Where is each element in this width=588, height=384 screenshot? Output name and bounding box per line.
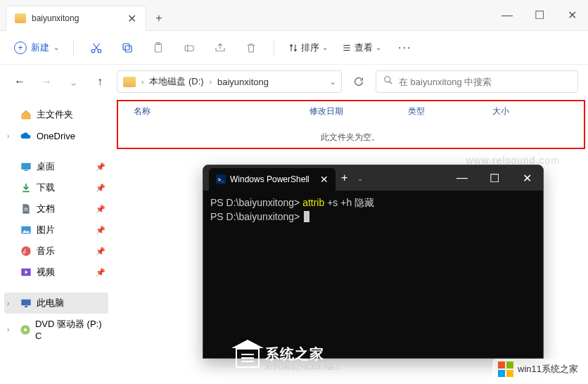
watermark-faint: www.relsound.com [466,155,561,166]
cloud-icon [20,129,32,142]
toolbar: + 新建 ⌄ 排序 ⌄ 查看 ⌄ ··· [0,31,588,65]
music-icon [20,245,32,257]
maximize-button[interactable]: ☐ [523,4,556,27]
powershell-new-tab[interactable]: + [335,172,353,184]
powershell-terminal[interactable]: PS D:\baiyunxitong> attrib +s +h 隐藏 PS D… [203,191,543,229]
prompt: PS D:\baiyunxitong> [210,197,300,208]
chevron-down-icon: ⌄ [322,44,328,51]
breadcrumb-drive[interactable]: 本地磁盘 (D:) [149,75,203,88]
chevron-down-icon: ⌄ [53,44,59,51]
windows-logo-icon [498,361,513,377]
pin-icon: 📌 [96,247,106,256]
sidebar-onedrive-label: OneDrive [37,131,75,141]
new-button[interactable]: + 新建 ⌄ [10,39,63,57]
sidebar-item-label: 图片 [37,224,55,236]
sidebar-item-desktop[interactable]: 桌面 📌 [4,156,108,177]
sidebar-item-music[interactable]: 音乐 📌 [4,241,108,262]
watermark-badge-text: win11系统之家 [518,363,578,376]
search-box[interactable] [376,70,578,93]
svg-rect-9 [24,170,27,171]
powershell-minimize[interactable]: — [446,167,478,189]
svg-rect-15 [21,300,30,306]
forward-button[interactable]: → [37,72,56,91]
watermark-text: 系统之家 [265,345,341,364]
share-button[interactable] [207,35,233,60]
svg-rect-3 [123,44,129,50]
powershell-tab-menu[interactable]: ⌄ [353,174,367,182]
command: attrib [302,197,324,208]
sidebar-item-downloads[interactable]: 下载 📌 [4,177,108,198]
sort-icon [288,43,298,53]
new-tab-button[interactable]: + [146,6,172,31]
powershell-icon: >_ [216,174,226,184]
prompt: PS D:\baiyunxitong> [210,211,300,222]
video-icon [20,266,32,279]
more-button[interactable]: ··· [391,39,418,57]
sidebar-item-label: 文档 [37,203,55,215]
tab-title: baiyunxitong [32,13,120,23]
copy-button[interactable] [115,35,140,60]
svg-point-7 [385,77,390,82]
up-button[interactable]: ↑ [90,72,110,91]
sidebar-dvd-label: DVD 驱动器 (P:) C [35,318,106,341]
minimize-button[interactable]: — [491,4,523,27]
paste-button[interactable] [146,35,171,60]
sort-label: 排序 [301,41,319,54]
sidebar-item-label: 桌面 [37,160,55,173]
pin-icon: 📌 [96,268,106,277]
sidebar-thispc-label: 此电脑 [37,297,64,309]
powershell-maximize[interactable]: ☐ [478,167,511,189]
pin-icon: 📌 [96,184,106,193]
breadcrumb-folder[interactable]: baiyunxitong [217,77,269,87]
plus-icon: + [14,41,27,54]
address-bar[interactable]: › 本地磁盘 (D:) › baiyunxitong ⌄ [117,70,342,93]
sidebar-item-label: 视频 [37,266,55,279]
document-icon [20,203,32,215]
svg-point-1 [98,49,101,53]
view-label: 查看 [354,41,373,54]
separator [73,39,74,56]
tab-close-button[interactable]: ✕ [126,13,137,24]
disc-icon [19,324,31,336]
powershell-tab[interactable]: >_ Windows PowerShell ✕ [209,168,335,191]
nav-chevron-down[interactable]: ⌄ [63,72,83,91]
sidebar-dvd[interactable]: › DVD 驱动器 (P:) C [4,314,108,345]
sidebar-item-documents[interactable]: 文档 📌 [4,198,108,219]
view-button[interactable]: 查看 ⌄ [338,39,385,57]
rename-button[interactable] [177,35,202,60]
svg-point-18 [24,328,27,331]
window-controls: — ☐ ✕ [491,4,588,27]
nav-row: ← → ⌄ ↑ › 本地磁盘 (D:) › baiyunxitong ⌄ [0,65,588,98]
download-icon [20,181,32,194]
powershell-close[interactable]: ✕ [511,167,543,189]
pc-icon [20,297,32,309]
chevron-right-icon: › [7,300,15,307]
tab-active[interactable]: baiyunxitong ✕ [6,6,146,31]
sidebar-item-pictures[interactable]: 图片 📌 [4,219,108,241]
pin-icon: 📌 [96,205,106,214]
sidebar-onedrive[interactable]: › OneDrive [4,125,108,146]
cursor [304,211,309,222]
search-input[interactable] [399,77,570,87]
sort-button[interactable]: 排序 ⌄ [284,39,332,57]
view-icon [342,43,352,53]
back-button[interactable]: ← [10,72,30,91]
sidebar-item-videos[interactable]: 视频 📌 [4,262,108,283]
pin-icon: 📌 [96,226,106,235]
cut-button[interactable] [84,35,109,60]
powershell-tab-close[interactable]: ✕ [320,174,328,185]
powershell-window[interactable]: >_ Windows PowerShell ✕ + ⌄ — ☐ ✕ PS D:\… [203,165,544,359]
svg-rect-11 [24,210,27,210]
close-button[interactable]: ✕ [556,4,588,27]
address-chevron[interactable]: ⌄ [330,78,335,86]
sidebar-this-pc[interactable]: › 此电脑 [4,293,108,314]
delete-button[interactable] [238,35,264,60]
sidebar-home[interactable]: 主文件夹 [4,104,108,125]
svg-point-13 [21,246,30,255]
chevron-right-icon: › [7,326,15,333]
desktop-icon [20,160,32,173]
titlebar: baiyunxitong ✕ + — ☐ ✕ [0,0,588,31]
refresh-button[interactable] [349,72,369,91]
search-icon [383,75,393,88]
folder-icon [123,77,136,87]
